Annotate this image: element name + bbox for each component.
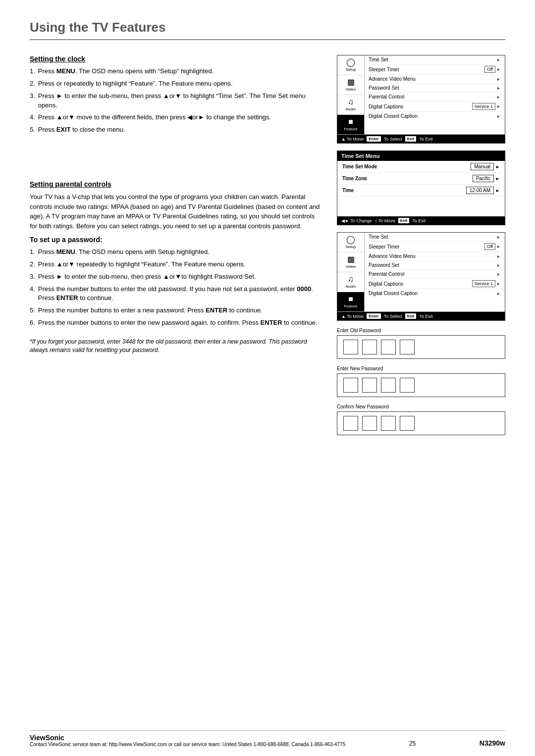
osd-row-password-2: Password Set ►: [365, 261, 505, 270]
parental-intro: Your TV has a V-chip that lets you contr…: [30, 192, 322, 231]
time-set-menu: Time Set Menu Time Set Mode Manual ► Tim…: [337, 151, 505, 225]
osd-icon-setup-2: ◯ Setup: [337, 233, 364, 252]
section-gap-2: [30, 156, 322, 168]
pw-new-box-2: [362, 378, 377, 393]
step-4: 4. Press ▲or▼ move to the different fiel…: [30, 113, 322, 122]
section1-steps: 1. Press MENU. The OSD menu opens with “…: [30, 67, 322, 135]
footer: ViewSonic Contact ViewSonic service team…: [30, 730, 505, 747]
osd-row-parental: Parental Control ►: [365, 93, 505, 101]
osd-menu-inner: ◯ Setup ▩ Video ♫ Audio ■: [337, 55, 505, 135]
section2-steps: 1. Press MENU. The OSD menu opens with S…: [30, 248, 322, 328]
right-column: ◯ Setup ▩ Video ♫ Audio ■: [337, 55, 505, 442]
osd-row-captions-2: Digital Captions Service 1►: [365, 279, 505, 289]
step-5: 5. Press EXIT to close the menu.: [30, 125, 322, 135]
osd-row-advance-2: Advance Video Menu ►: [365, 252, 505, 261]
left-column: Setting the clock 1. Press MENU. The OSD…: [30, 55, 322, 442]
osd-row-closed-2: Digital Closed Caption ►: [365, 289, 505, 298]
step-3: 3. Press ► to enter the sub-menu, then p…: [30, 92, 322, 110]
section-gap-1: [30, 145, 322, 156]
osd-nav-bar-2: ▲ To Move EnterTo Select ExitTo Exit: [337, 312, 505, 320]
pw-old-box-2: [362, 340, 377, 354]
pw-confirm-box-4: [400, 416, 415, 431]
pw-old-box-4: [400, 340, 415, 354]
osd-icon-audio: ♫ Audio: [337, 95, 364, 115]
pw-new: Enter New Password: [337, 366, 505, 397]
pw-step-5: 5. Press the number buttons to enter a n…: [30, 306, 322, 315]
footer-brand: ViewSonic: [30, 734, 345, 742]
pw-old-box-3: [381, 340, 396, 354]
page: Using the TV Features Setting the clock …: [0, 0, 535, 756]
pw-step-3: 3. Press ► to enter the sub-menu, then p…: [30, 272, 322, 282]
osd-icons: ◯ Setup ▩ Video ♫ Audio ■: [337, 55, 365, 134]
osd-icons-2: ◯ Setup ▩ Video ♫ Audio ■: [337, 233, 365, 311]
pw-new-box-4: [400, 378, 415, 393]
time-set-row-time: Time 12:00 AM ►: [337, 185, 505, 197]
osd-row-timeset: Time Set ►: [365, 55, 505, 64]
pw-confirm: Confirm New Password: [337, 404, 505, 435]
footer-model: N3290w: [480, 739, 505, 747]
osd-row-timeset-2: Time Set ►: [365, 233, 505, 242]
osd-menu-inner-2: ◯ Setup ▩ Video ♫ Audio ■: [337, 233, 505, 312]
pw-new-box-3: [381, 378, 396, 393]
osd-icon-audio-2: ♫ Audio: [337, 272, 364, 292]
pw-old-label: Enter Old Password: [337, 328, 505, 333]
section-gap-3: [30, 168, 322, 180]
pw-confirm-boxes: [337, 411, 505, 435]
pw-old-box-1: [343, 340, 358, 354]
time-set-row-zone: Time Zone Pacific ►: [337, 173, 505, 185]
osd-menu-bottom: ◯ Setup ▩ Video ♫ Audio ■: [337, 232, 505, 321]
osd-row-closed: Digital Closed Caption ►: [365, 112, 505, 120]
osd-icon-feature: ■ Feature: [337, 115, 364, 134]
pw-step-4: 4. Press the number buttons to enter the…: [30, 285, 322, 303]
bold-menu-2: MENU: [56, 248, 75, 255]
italic-note: *If you forget your password, enter 3448…: [30, 338, 322, 355]
pw-confirm-box-3: [381, 416, 396, 431]
time-set-nav: ◀► To Change ↕ To Move ExitTo Exit: [337, 216, 505, 225]
osd-row-parental-2: Parental Control ►: [365, 270, 505, 279]
footer-contact: Contact ViewSonic service team at: http:…: [30, 742, 345, 747]
time-set-spacer: [337, 197, 505, 216]
osd-nav-bar-1: ▲ To Move EnterTo Select ExitTo Exit: [337, 135, 505, 143]
bold-exit: EXIT: [56, 126, 71, 133]
osd-row-sleeper: Sleeper Timer Off►: [365, 64, 505, 75]
content-area: Setting the clock 1. Press MENU. The OSD…: [30, 55, 505, 442]
pw-confirm-box-2: [362, 416, 377, 431]
section2-heading: Setting parental controls: [30, 180, 322, 188]
time-set-row-mode: Time Set Mode Manual ►: [337, 161, 505, 173]
pw-new-label: Enter New Password: [337, 366, 505, 371]
osd-icon-feature-2: ■ Feature: [337, 292, 364, 311]
step-2: 2. Press or repeatedly to highlight “Fea…: [30, 79, 322, 89]
footer-left: ViewSonic Contact ViewSonic service team…: [30, 734, 345, 747]
osd-row-sleeper-2: Sleeper Timer Off►: [365, 242, 505, 252]
pw-new-box-1: [343, 378, 358, 393]
pw-confirm-label: Confirm New Password: [337, 404, 505, 409]
bold-menu-1: MENU: [56, 67, 75, 75]
footer-page-number: 25: [409, 740, 416, 747]
pw-old: Enter Old Password: [337, 328, 505, 359]
pw-confirm-box-1: [343, 416, 358, 431]
time-set-title: Time Set Menu: [337, 151, 505, 161]
step-1: 1. Press MENU. The OSD menu opens with “…: [30, 67, 322, 76]
pw-old-boxes: [337, 335, 505, 359]
osd-content-2: Time Set ► Sleeper Timer Off► Advance Vi…: [365, 233, 505, 311]
osd-icon-video: ▩ Video: [337, 75, 364, 95]
pw-step-2: 2. Press ▲or▼ repeatedly to highlight “F…: [30, 260, 322, 269]
sub-heading-password: To set up a password:: [30, 236, 322, 244]
section1-heading: Setting the clock: [30, 55, 322, 63]
osd-row-password: Password Set ►: [365, 84, 505, 93]
osd-content: Time Set ► Sleeper Timer Off► Advance Vi…: [365, 55, 505, 134]
osd-menu-top: ◯ Setup ▩ Video ♫ Audio ■: [337, 55, 505, 144]
pw-step-1: 1. Press MENU. The OSD menu opens with S…: [30, 248, 322, 257]
osd-row-captions: Digital Captions Service 1►: [365, 101, 505, 112]
osd-row-advance: Advance Video Menu ►: [365, 75, 505, 84]
osd-icon-video-2: ▩ Video: [337, 252, 364, 272]
osd-icon-setup: ◯ Setup: [337, 55, 364, 75]
pw-step-6: 6. Press the number buttons to enter the…: [30, 318, 322, 328]
page-title: Using the TV Features: [30, 20, 505, 40]
pw-new-boxes: [337, 373, 505, 397]
